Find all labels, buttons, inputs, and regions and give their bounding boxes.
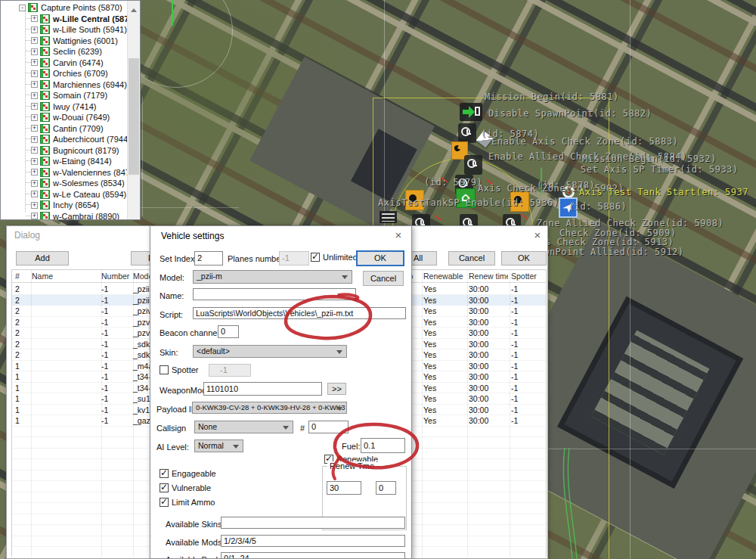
limit-ammo-checkbox[interactable]: Limit Ammo — [160, 498, 215, 507]
map-icon-list[interactable] — [380, 211, 397, 223]
vulnerable-checkbox[interactable]: Vulnerable — [160, 483, 211, 492]
expander-icon[interactable]: + — [31, 92, 38, 99]
tree-item[interactable]: +Seclin (6239) — [1, 45, 127, 57]
ai-level-dropdown[interactable]: Normal — [194, 439, 243, 452]
tree-item[interactable]: +w-Solesmes (8534) — [1, 177, 127, 188]
tree-item[interactable]: +Marchiennes (6944) — [1, 79, 127, 90]
tree-item[interactable]: +w-Cambrai (8890) — [1, 210, 127, 220]
map-icon-spawn-arrow[interactable] — [460, 103, 482, 121]
capture-point-icon — [40, 113, 50, 122]
tree-item[interactable]: +Orchies (6709) — [1, 67, 127, 79]
map-green-line — [172, 0, 173, 26]
map-icon-clock[interactable] — [464, 155, 482, 175]
expander-icon[interactable]: + — [31, 136, 38, 143]
expander-icon[interactable]: + — [31, 37, 38, 44]
column-header[interactable]: Number — [98, 270, 130, 282]
close-icon[interactable]: × — [392, 228, 405, 242]
engageable-checkbox[interactable]: Engageable — [160, 469, 216, 478]
table-cell: Yes — [420, 339, 466, 350]
map-icon-clock[interactable] — [458, 123, 476, 143]
weaponmods-expand-button[interactable]: >> — [327, 383, 346, 395]
expander-icon[interactable]: + — [31, 114, 38, 121]
tree-item[interactable]: +w-Etaing (8414) — [1, 155, 127, 166]
expander-icon[interactable]: + — [31, 81, 38, 88]
capture-point-icon — [40, 91, 50, 100]
tree-item[interactable]: +Wattignies (6001) — [1, 35, 127, 46]
expander-icon[interactable]: + — [31, 169, 38, 175]
expander-icon[interactable]: + — [31, 15, 38, 22]
callsign-number-field[interactable]: 0 — [308, 421, 349, 433]
column-header[interactable]: Renewable — [420, 270, 466, 282]
expander-icon[interactable]: + — [31, 180, 38, 187]
tree-item[interactable]: +w-Lille South (5941) — [1, 23, 127, 35]
add-button[interactable]: Add — [16, 251, 69, 266]
tree-scrollbar[interactable] — [127, 1, 140, 219]
expander-icon[interactable]: + — [31, 202, 38, 209]
model-dropdown[interactable]: _pzii-m — [193, 270, 352, 284]
cancel-button[interactable]: Cancel — [363, 271, 404, 286]
tree-item[interactable]: +Somain (7179) — [1, 89, 127, 101]
weaponmods-field[interactable]: 1101010 — [203, 382, 322, 396]
available-skins-field[interactable] — [221, 517, 405, 529]
script-field[interactable]: LuaScripts\WorldObjects\Vehicles\_pzii-m… — [193, 307, 406, 319]
expander-icon[interactable]: + — [31, 48, 38, 55]
name-field[interactable] — [193, 288, 356, 300]
available-payloads-field[interactable]: 0/1..24 — [221, 552, 405, 559]
skin-dropdown[interactable]: <default> — [193, 345, 347, 358]
beacon-channel-field[interactable]: 0 — [218, 325, 239, 338]
beacon-channel-label: Beacon channel — [160, 328, 219, 337]
tree-item[interactable]: +Auberchicourt (7944) — [1, 133, 127, 144]
scroll-up-arrow-icon[interactable] — [128, 1, 140, 14]
close-icon[interactable]: × — [531, 228, 544, 242]
renew-time-field[interactable]: 30 — [327, 481, 361, 495]
table-cell: -1 — [98, 284, 130, 295]
map-label: Disable SpawnPoint(id: 5882) — [488, 108, 652, 119]
table-cell: 30:00 — [466, 317, 508, 328]
table-cell — [29, 371, 98, 383]
renew-time2-field[interactable]: 0 — [376, 481, 396, 495]
expander-icon[interactable]: + — [31, 59, 38, 66]
available-mods-field[interactable]: 1/2/3/4/5 — [221, 535, 405, 547]
table-cell — [29, 306, 98, 317]
ok-button[interactable]: OK — [501, 251, 547, 266]
ok-button[interactable]: OK — [356, 250, 404, 266]
expander-icon[interactable]: + — [31, 158, 38, 165]
tree-item[interactable]: +w-Valenciennes (8474 — [1, 166, 127, 178]
expander-icon[interactable]: + — [31, 103, 38, 110]
tree-item[interactable]: +w-Lille Central (5871 — [1, 13, 127, 24]
tree-item[interactable]: -Capture Points (5870) — [1, 2, 127, 13]
expander-icon[interactable]: - — [19, 5, 26, 11]
expander-icon[interactable]: + — [31, 147, 38, 154]
fuel-field[interactable]: 0.1 — [361, 438, 405, 453]
table-cell: 30:00 — [466, 328, 508, 339]
tree-item[interactable]: +Cantin (7709) — [1, 123, 127, 134]
payload-id-dropdown[interactable]: 0-KWK39-CV-28 + 0-KWK39-HV-28 + 0-KWK3 — [192, 402, 347, 414]
tree-item[interactable]: +Iwuy (7414) — [1, 101, 127, 112]
map-label: Zone Allied Check Zone(id: 5908) — [537, 218, 723, 228]
unlimited-checkbox[interactable]: Unlimited — [311, 253, 358, 262]
expander-icon[interactable]: + — [31, 26, 38, 33]
callsign-dropdown[interactable]: None — [194, 421, 293, 433]
tree-item[interactable]: +Carvin (6474) — [1, 57, 127, 68]
capture-point-icon — [40, 47, 50, 56]
expander-icon[interactable]: + — [31, 213, 38, 219]
tree-item[interactable]: +w-Le Cateau (8594) — [1, 188, 127, 200]
scrollbar-thumb[interactable] — [129, 58, 139, 175]
spotter-checkbox[interactable]: Spotter — [160, 365, 198, 374]
column-header[interactable]: Spotter — [508, 270, 547, 282]
expander-icon[interactable]: + — [31, 125, 38, 132]
table-cell: -1 — [98, 361, 130, 372]
expander-icon[interactable]: + — [31, 191, 38, 197]
cancel-button[interactable]: Cancel — [448, 251, 495, 266]
tree-item-label: Wattignies (6001) — [53, 36, 118, 45]
expander-icon[interactable]: + — [31, 70, 38, 77]
tree-item[interactable]: +Bugnicourt (8179) — [1, 144, 127, 156]
table-cell — [29, 383, 98, 394]
column-header[interactable]: Renew time — [466, 270, 508, 282]
tree-item[interactable]: +w-Douai (7649) — [1, 111, 127, 123]
column-header[interactable]: Name — [29, 270, 98, 282]
tree-item-label: w-Solesmes (8534) — [53, 179, 125, 188]
tree-item[interactable]: +Inchy (8654) — [1, 199, 127, 210]
set-index-field[interactable]: 2 — [194, 251, 223, 266]
column-header[interactable]: # — [12, 270, 29, 282]
